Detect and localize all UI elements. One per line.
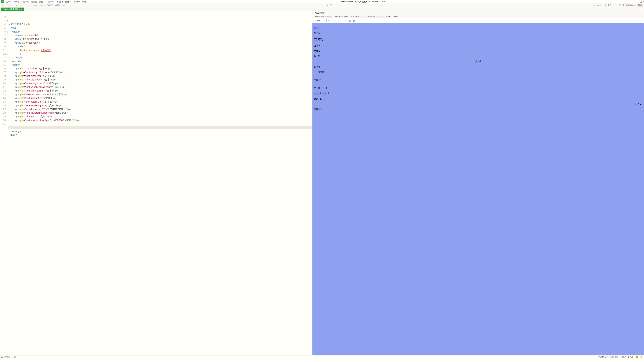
menu-goto[interactable]: 跳转(G) [38, 0, 46, 3]
breadcrumb: 🗀 › demo › src › P26-CSS文本属性.html [31, 4, 64, 6]
render-p10: 文本10 [314, 76, 643, 84]
editor[interactable]: 1234567891011121314151617181920212223242… [0, 11, 312, 355]
prev-button[interactable]: 上一个 [612, 4, 618, 6]
menu-run[interactable]: 运行(R) [47, 0, 55, 3]
select-all-button[interactable]: 全选 [608, 4, 611, 6]
render-p7: 文本7 [314, 60, 643, 63]
line-indicator: 66 [330, 4, 332, 6]
render-p13: TEXT13 [314, 97, 643, 100]
render-p3: 文本3 [314, 37, 643, 42]
url-bar [312, 15, 644, 19]
terminal-icon[interactable]: ▥ [14, 356, 16, 358]
editor-tabs: P26-CSS文本属性.html [0, 7, 644, 11]
render-p12: 文本12 文本12 [314, 92, 643, 95]
encoding[interactable]: UTF-8 [621, 356, 626, 358]
devices-icon[interactable]: ▭ [334, 19, 336, 22]
whole-word-toggle[interactable]: ⬚ [600, 4, 602, 6]
close-icon[interactable]: ✕ [326, 12, 327, 14]
menubar: H 文件(F) 编辑(E) 选择(S) 查找(I) 跳转(G) 运行(R) 发行… [0, 0, 644, 3]
menu-tools[interactable]: 工具(T) [72, 0, 81, 3]
toolbar: ▥ ⎘ ‹ › ☆ ▷ 🗀 › demo › src › P26-CSS文本属性… [0, 3, 644, 7]
render-p2: 文 本2 [314, 31, 643, 34]
menu-help[interactable]: 帮助(Y) [81, 0, 89, 3]
goto-line-icon[interactable]: ⇥ [326, 4, 329, 7]
render-p14: 文本14 [314, 102, 643, 105]
render-p8: 文本8 [314, 65, 643, 68]
preview-pane: Web浏览器 ✕ PC模式 ▼ ⟲ ⌂ ▭ ← → ↻ 🔒 ▦ 文本1 文 本2… [312, 11, 644, 355]
chevron-right-icon: › [33, 4, 34, 6]
forward-icon[interactable]: → [342, 19, 344, 22]
breadcrumb-item[interactable]: demo [34, 4, 39, 6]
sort-icon[interactable]: ⇵ [605, 4, 606, 6]
render-p15: 文本15 [314, 108, 643, 111]
window-title: demo/src/P26-CSS文本属性.html - HBuilder X 4… [340, 0, 386, 3]
toolbar-right: 1/3 Aa ⬚ .* ⇵ 全选 上一个 下一个 替换区<< ✕ 预览 [593, 4, 643, 7]
menu-edit[interactable]: 编辑(E) [14, 0, 22, 3]
breadcrumb-item[interactable]: P26-CSS文本属性.html [46, 4, 64, 6]
cursor-position: 行:29 列:1 [610, 356, 618, 358]
case-toggle[interactable]: Aa [597, 4, 599, 6]
separator [19, 4, 20, 6]
render-p9: 文本9 [314, 71, 643, 74]
replace-area-button[interactable]: 替换区<< [626, 4, 633, 6]
preview-toolbar: PC模式 ▼ ⟲ ⌂ ▭ ← → ↻ 🔒 ▦ [312, 19, 644, 23]
window-controls: — ▢ ✕ [637, 0, 644, 3]
code-area[interactable]: <!DOCTYPE html><html> <head> <meta chars… [8, 11, 312, 355]
statusbar: 未登录 ≡ ▥ 语法提示库 行:29 列:1 UTF-8 HTML 🔔 [0, 355, 644, 359]
folder-icon: 🗀 [31, 4, 32, 6]
menu-find[interactable]: 查找(I) [30, 0, 38, 3]
tab-active[interactable]: P26-CSS文本属性.html [1, 7, 24, 11]
warning-icon[interactable] [636, 356, 638, 358]
regex-toggle[interactable]: .* [603, 4, 604, 6]
login-status[interactable]: 未登录 [4, 356, 10, 358]
menu-publish[interactable]: 发行(U) [56, 0, 64, 3]
line-numbers: 1234567891011121314151617181920212223242… [0, 11, 6, 355]
grammar-library[interactable]: 语法提示库 [598, 356, 608, 358]
bell-icon[interactable]: 🔔 [640, 356, 643, 358]
render-p1: 文本1 [314, 26, 643, 29]
sidebar-toggle-icon[interactable]: ▥ [1, 4, 4, 7]
url-input[interactable] [314, 15, 643, 18]
back-icon[interactable]: ← [338, 19, 340, 22]
preview-button[interactable]: 预览 [636, 4, 643, 7]
close-icon[interactable]: ✕ [642, 0, 644, 3]
menu-view[interactable]: 视图(V) [64, 0, 72, 3]
preview-tab[interactable]: Web浏览器 ✕ [314, 11, 328, 14]
app-logo: H [1, 0, 4, 3]
render-p11: 文 本 1 1 [314, 87, 643, 90]
star-icon[interactable]: ☆ [21, 4, 24, 7]
nav-back-icon[interactable]: ‹ [11, 4, 14, 7]
change-indicator [312, 11, 312, 114]
login-status-icon [1, 357, 3, 358]
mode-select[interactable]: PC模式 ▼ [314, 19, 326, 22]
chevron-right-icon: › [40, 4, 40, 6]
page-indicator: 1/3 [593, 4, 596, 6]
qrcode-icon[interactable]: ▦ [353, 19, 355, 22]
preview-tab-label: Web浏览器 [315, 12, 324, 14]
fold-column: ⊟⊟⊟⊟⊟ [6, 11, 8, 355]
chevron-down-icon: ▼ [324, 20, 326, 21]
preview-tabs: Web浏览器 ✕ [312, 11, 644, 15]
close-search-icon[interactable]: ✕ [634, 4, 636, 6]
menu-select[interactable]: 选择(S) [22, 0, 30, 3]
render-p4: 文本4 [314, 44, 643, 47]
nav-forward-icon[interactable]: › [15, 4, 18, 7]
render-p6: TᴇxT6 [314, 55, 643, 58]
refresh-icon[interactable]: ⟲ [328, 19, 330, 22]
lock-icon[interactable]: 🔒 [349, 19, 351, 22]
maximize-icon[interactable]: ▢ [640, 0, 642, 3]
render-p5: 文本5 [314, 50, 643, 53]
home-icon[interactable]: ⌂ [332, 19, 333, 22]
new-file-icon[interactable]: ⎘ [5, 4, 8, 7]
mode-select-label: PC模式 [314, 19, 321, 22]
rendered-page: 文本1 文 本2 文本3 文本4 文本5 TᴇxT6 文本7 文本8 文本9 文… [312, 23, 644, 355]
language-mode[interactable]: HTML [628, 356, 633, 358]
breadcrumb-item[interactable]: src [41, 4, 44, 6]
next-button[interactable]: 下一个 [619, 4, 624, 6]
chevron-right-icon: › [44, 4, 45, 6]
minimize-icon[interactable]: — [637, 0, 639, 3]
list-icon[interactable]: ≡ [12, 356, 12, 358]
menu-file[interactable]: 文件(F) [5, 0, 13, 3]
reload-icon[interactable]: ↻ [345, 19, 347, 22]
run-icon[interactable]: ▷ [25, 4, 28, 7]
